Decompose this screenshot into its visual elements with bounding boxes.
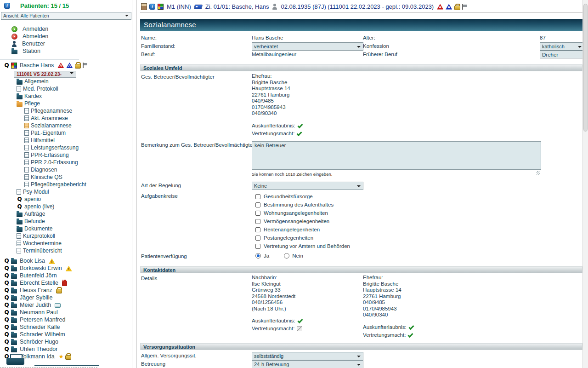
aufgabenkreis-checkbox-row[interactable]: Rentenangelegenheiten (255, 225, 350, 234)
radio-ja[interactable] (255, 253, 261, 259)
patient-list-item[interactable]: Borkowski Erwin (0, 264, 132, 272)
patient-list-item[interactable]: Petersen Manfred (0, 316, 132, 323)
tree-item[interactable]: Hilfsmittel (0, 137, 132, 144)
patient-folder-icon[interactable] (11, 348, 17, 352)
allgem-versorgung-select[interactable]: selbstständig (252, 352, 363, 360)
tree-item[interactable]: Pat.-Eigentum (0, 129, 132, 137)
case-select[interactable]: 111001 VS 22.02.23- (14, 71, 76, 78)
frueherer-beruf-input[interactable] (540, 51, 582, 58)
search-q-icon[interactable] (4, 265, 10, 271)
alert-red-icon[interactable] (57, 63, 64, 68)
checkbox-icon[interactable] (255, 202, 260, 207)
tree-item[interactable]: PPR-Erfassung (0, 151, 132, 159)
tree-item[interactable]: Pflege (0, 100, 132, 107)
flag-icon[interactable] (82, 63, 88, 68)
tree-item[interactable]: Aufträge (0, 210, 132, 218)
patient-folder-icon[interactable] (11, 304, 17, 308)
betreuung-select[interactable]: 24-h-Betreuung (252, 360, 363, 368)
patient-list-item[interactable]: Schrader Wilhelm (0, 331, 132, 338)
patient-folder-icon[interactable] (11, 274, 17, 279)
search-q-icon[interactable] (4, 309, 10, 316)
tree-item[interactable]: Leistungserfassung (0, 144, 132, 151)
search-q-icon[interactable] (4, 272, 10, 279)
patient-folder-icon[interactable] (11, 259, 17, 264)
tree-item[interactable]: Kurzprotokoll (0, 232, 132, 240)
category-grid-icon[interactable] (11, 63, 17, 69)
lock-icon[interactable] (75, 62, 80, 69)
patient-folder-icon[interactable] (11, 311, 17, 316)
sidebar-menu-item[interactable]: Station (0, 47, 132, 55)
aufgabenkreis-checkbox-row[interactable]: Bestimmung des Aufenthaltes (255, 201, 350, 209)
aufgabenkreis-checkbox-row[interactable]: Vertretung vor Ämtern und Behörden (255, 242, 350, 250)
patient-list-item[interactable]: Ebrecht Estelle (0, 279, 132, 287)
tree-item[interactable]: Kardex (0, 92, 132, 100)
tree-item[interactable]: apenio (0, 196, 132, 203)
search-q-icon[interactable] (4, 258, 10, 264)
tree-item[interactable]: Befunde (0, 218, 132, 225)
sidebar-menu-item[interactable]: Anmelden (0, 25, 132, 33)
checkbox-icon[interactable] (255, 227, 260, 232)
konfession-select[interactable]: katholisch (540, 42, 582, 51)
patient-list-item[interactable]: Butenfeld Jörn (0, 272, 132, 279)
aufgabenkreis-checkbox-row[interactable]: Gesundheitsfürsorge (255, 192, 350, 201)
search-q-icon[interactable] (4, 287, 10, 293)
resize-handle-icon[interactable] (537, 171, 540, 175)
patient-folder-icon[interactable] (11, 296, 17, 301)
patient-folder-icon[interactable] (11, 340, 17, 345)
search-q-icon[interactable] (4, 331, 10, 338)
patient-folder-icon[interactable] (11, 326, 17, 330)
active-patient-row[interactable]: Basche Hans (0, 62, 132, 69)
tree-item[interactable]: Pflegeanamnese (0, 107, 132, 115)
info-icon[interactable] (4, 3, 10, 9)
search-q-icon[interactable] (4, 324, 10, 330)
tree-item[interactable]: Allgemein (0, 78, 132, 85)
tree-item[interactable]: Akt. Anamnese (0, 115, 132, 122)
tree-item[interactable]: Dokumente (0, 225, 132, 232)
tree-item[interactable]: PPR 2.0-Erfassung (0, 159, 132, 166)
patient-list-item[interactable]: Schröder Hugo (0, 338, 132, 345)
category-grid-icon[interactable] (158, 4, 164, 10)
patient-folder-icon[interactable] (11, 289, 17, 293)
bed-icon[interactable] (194, 5, 203, 9)
search-q-icon[interactable] (4, 316, 10, 323)
checkbox-icon[interactable] (255, 194, 260, 199)
radio-nein[interactable] (284, 253, 289, 259)
patient-folder-icon[interactable] (11, 318, 17, 323)
search-q-icon[interactable] (4, 302, 10, 308)
patient-folder-icon[interactable] (11, 282, 17, 286)
view-select[interactable]: Ansicht: Alle Patienten (1, 12, 131, 20)
search-q-icon[interactable] (4, 280, 10, 286)
checkbox-icon[interactable] (255, 236, 260, 241)
patient-list-item[interactable]: Schneider Kalle (0, 323, 132, 331)
alert-blue-icon[interactable] (446, 4, 452, 10)
patient-photo-icon[interactable] (141, 3, 147, 10)
aufgabenkreis-checkbox-row[interactable]: Postangelegenheiten (255, 234, 350, 242)
scrollbar-thumb[interactable] (583, 4, 588, 132)
tree-item[interactable]: apenio (live) (0, 203, 132, 210)
patient-folder-icon[interactable] (11, 267, 17, 271)
checkbox-icon[interactable] (255, 219, 260, 224)
tree-item[interactable]: Terminübersicht (0, 247, 132, 254)
checkbox-icon[interactable] (255, 244, 260, 249)
patient-list-item[interactable]: Heuss Franz (0, 287, 132, 294)
printer-icon[interactable] (6, 354, 25, 366)
alert-blue-icon[interactable] (66, 63, 73, 68)
tree-item[interactable]: Sozialanamnese (0, 122, 132, 129)
search-q-icon[interactable] (4, 339, 10, 345)
tree-item[interactable]: Psy-Modul (0, 188, 132, 196)
search-q-icon[interactable] (4, 294, 10, 301)
tree-item[interactable]: Wochentermine (0, 240, 132, 247)
lock-icon[interactable] (454, 4, 459, 10)
tree-item[interactable]: Diagnosen (0, 166, 132, 173)
patient-list-item[interactable]: Jäger Sybille (0, 294, 132, 301)
aufgabenkreis-checkbox-row[interactable]: Vermögensangelegenheiten (255, 217, 350, 225)
sidebar-menu-item[interactable]: Abmelden (0, 33, 132, 40)
main-scrollbar[interactable] (582, 0, 588, 368)
search-q-icon[interactable] (4, 62, 10, 69)
flag-icon[interactable] (462, 4, 467, 10)
regelung-select[interactable]: Keine (252, 182, 363, 190)
bemerkung-textarea[interactable]: kein Betreuer (252, 141, 541, 170)
familienstand-select[interactable]: verheiratet (252, 42, 363, 51)
patient-list-item[interactable]: Neumann Paul (0, 309, 132, 316)
patient-list-item[interactable]: Uhlen Theodor (0, 345, 132, 353)
